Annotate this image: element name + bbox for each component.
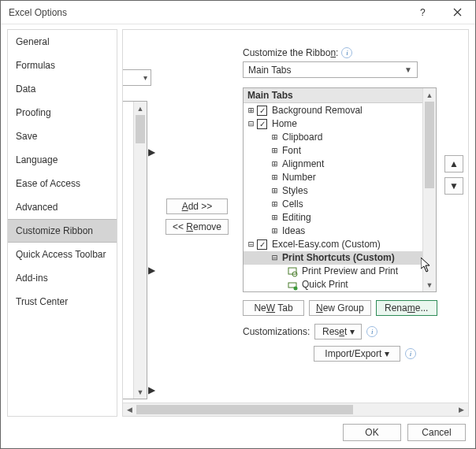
remove-button[interactable]: << Remove <box>165 219 229 235</box>
flyout-indicator-icon: ▶ <box>149 262 154 278</box>
tree-header: Main Tabs <box>244 88 436 103</box>
scroll-up-icon[interactable]: ▲ <box>423 88 436 102</box>
move-down-button[interactable]: ▼ <box>444 177 463 195</box>
choose-commands-dropdown[interactable] <box>122 69 151 86</box>
tree-item-clipboard[interactable]: ⊞Clipboard <box>244 131 436 144</box>
print-preview-icon <box>286 266 299 277</box>
ok-button[interactable]: OK <box>343 424 401 441</box>
nav-quick-access-toolbar[interactable]: Quick Access Toolbar <box>8 243 117 266</box>
titlebar: Excel Options ? <box>1 1 475 24</box>
tree-scrollbar[interactable]: ▲ ▼ <box>422 88 436 291</box>
commands-listbox[interactable]: ▲ ▼ <box>122 101 147 399</box>
tree-item-print-shortcuts[interactable]: ⊟Print Shortcuts (Custom) <box>244 251 436 265</box>
tree-item-print-preview[interactable]: Print Preview and Print <box>244 265 436 278</box>
right-panel-wrap: ▲ ▼ ▶ ▶ ▶ Add >> << Remove Customize the… <box>122 29 469 417</box>
flyout-indicator-icon: ▶ <box>149 382 154 398</box>
commands-column-cropped: ▲ ▼ ▶ ▶ ▶ <box>123 30 158 403</box>
info-icon[interactable]: i <box>366 326 377 337</box>
tree-item-ideas[interactable]: ⊞Ideas <box>244 224 436 238</box>
customizations-label: Customizations: <box>243 326 310 337</box>
tree-item-insert[interactable]: ⊞✓Insert <box>244 291 436 292</box>
info-icon[interactable]: i <box>405 348 416 359</box>
tree-item-editing[interactable]: ⊞Editing <box>244 211 436 224</box>
ribbon-tabs-dropdown[interactable]: Main Tabs ▼ <box>243 61 418 78</box>
tree-item-number[interactable]: ⊞Number <box>244 171 436 184</box>
scroll-thumb[interactable] <box>136 405 353 414</box>
right-panel: ▲ ▼ ▶ ▶ ▶ Add >> << Remove Customize the… <box>123 30 468 403</box>
flyout-indicator-icon: ▶ <box>149 144 154 160</box>
nav-language[interactable]: Language <box>8 148 117 172</box>
tree-item-quick-print[interactable]: Quick Print <box>244 278 436 291</box>
scroll-down-icon[interactable]: ▼ <box>423 278 436 291</box>
scroll-up-icon[interactable]: ▲ <box>134 102 147 115</box>
nav-add-ins[interactable]: Add-ins <box>8 266 117 290</box>
rename-button[interactable]: Rename... <box>376 300 437 316</box>
tree-item-font[interactable]: ⊞Font <box>244 144 436 158</box>
scroll-thumb[interactable] <box>425 102 434 188</box>
tree-item-home[interactable]: ⊟✓Home <box>244 117 436 131</box>
scroll-down-icon[interactable]: ▼ <box>134 385 147 399</box>
add-button[interactable]: Add >> <box>166 199 228 214</box>
scroll-left-icon[interactable]: ◀ <box>123 406 136 414</box>
nav-trust-center[interactable]: Trust Center <box>8 290 117 314</box>
tree-item-excel-easy[interactable]: ⊟✓Excel-Easy.com (Custom) <box>244 238 436 251</box>
dropdown-value: Main Tabs <box>248 65 291 76</box>
close-button[interactable] <box>440 1 475 24</box>
reset-button[interactable]: Reset ▾ <box>314 324 362 340</box>
dialog-footer: OK Cancel <box>1 417 475 448</box>
nav-ease-of-access[interactable]: Ease of Access <box>8 172 117 195</box>
window-title: Excel Options <box>9 7 404 18</box>
tree-item-cells[interactable]: ⊞Cells <box>244 198 436 211</box>
tree-item-background-removal[interactable]: ⊞✓Background Removal <box>244 104 436 117</box>
scroll-right-icon[interactable]: ▶ <box>455 406 468 414</box>
scroll-thumb[interactable] <box>136 115 145 143</box>
svg-point-4 <box>294 286 298 290</box>
nav-formulas[interactable]: Formulas <box>8 54 117 77</box>
new-group-button[interactable]: New Group <box>309 300 371 316</box>
nav-customize-ribbon[interactable]: Customize Ribbon <box>8 219 117 243</box>
nav-save[interactable]: Save <box>8 124 117 148</box>
info-icon[interactable]: i <box>341 47 352 58</box>
ribbon-tree[interactable]: Main Tabs ⊞✓Background Removal ⊟✓Home ⊞C… <box>243 87 437 292</box>
customize-ribbon-label: Customize the Ribbon: <box>243 47 338 58</box>
ribbon-column: Customize the Ribbon: i Main Tabs ▼ Main… <box>236 30 468 403</box>
dialog-content: General Formulas Data Proofing Save Lang… <box>1 24 475 417</box>
tree-item-alignment[interactable]: ⊞Alignment <box>244 158 436 171</box>
cancel-button[interactable]: Cancel <box>407 424 466 441</box>
nav-data[interactable]: Data <box>8 77 117 101</box>
category-list: General Formulas Data Proofing Save Lang… <box>7 29 117 417</box>
nav-general[interactable]: General <box>8 30 117 54</box>
quick-print-icon <box>286 280 299 291</box>
add-remove-group: Add >> << Remove <box>158 30 236 403</box>
commands-scrollbar[interactable]: ▲ ▼ <box>133 102 147 399</box>
tree-item-styles[interactable]: ⊞Styles <box>244 184 436 198</box>
svg-text:?: ? <box>420 8 426 17</box>
nav-proofing[interactable]: Proofing <box>8 101 117 124</box>
new-tab-button[interactable]: NeW Tab <box>243 300 304 316</box>
horizontal-scrollbar[interactable]: ◀ ▶ <box>123 403 468 416</box>
help-button[interactable]: ? <box>404 1 440 24</box>
nav-advanced[interactable]: Advanced <box>8 195 117 219</box>
move-up-button[interactable]: ▲ <box>444 155 463 173</box>
import-export-button[interactable]: Import/Export ▾ <box>314 346 400 362</box>
chevron-down-icon: ▼ <box>404 65 412 74</box>
